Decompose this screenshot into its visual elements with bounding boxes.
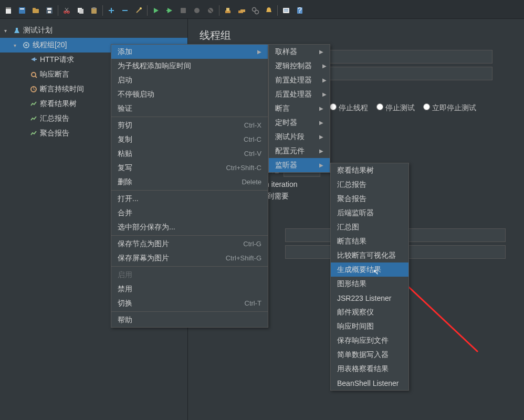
node-icon [29, 129, 38, 138]
tree-root[interactable]: ▾ 测试计划 [0, 23, 187, 38]
menu-item[interactable]: 添加 ▶ [111, 45, 268, 59]
menu-item[interactable]: 不停顿启动 [111, 87, 268, 101]
menu-item[interactable]: 打开... [111, 192, 268, 206]
svg-rect-2 [19, 7, 25, 14]
stop-all-icon[interactable] [204, 4, 217, 17]
listener-item[interactable]: 聚合报告 [331, 192, 408, 206]
add-icon[interactable] [105, 4, 118, 17]
menu-item[interactable]: 剪切 Ctrl-X [111, 118, 268, 132]
function-icon[interactable] [280, 4, 292, 17]
gear-icon [22, 41, 30, 49]
listener-item[interactable]: 图形结果 [331, 277, 408, 291]
svg-rect-32 [240, 9, 245, 12]
node-icon [29, 114, 38, 123]
listener-item[interactable]: 汇总报告 [331, 177, 408, 192]
submenu-item[interactable]: 配置元件▶ [269, 144, 330, 158]
svg-line-44 [35, 76, 37, 78]
run-noramp-icon[interactable] [163, 4, 176, 17]
wand-icon[interactable] [132, 4, 145, 17]
svg-rect-3 [20, 8, 24, 9]
svg-point-34 [255, 10, 259, 14]
help-icon[interactable]: ? [294, 4, 306, 17]
tree-label: HTTP请求 [40, 55, 74, 65]
menu-item[interactable]: 禁用 [111, 282, 268, 296]
svg-line-47 [34, 89, 35, 90]
flask-icon [13, 26, 21, 35]
listener-item[interactable]: BeanShell Listener [331, 376, 408, 390]
tree-label: 聚合报告 [40, 129, 69, 138]
radio-stop-thread[interactable]: 停止线程 [330, 103, 368, 113]
menu-item[interactable]: 切换 Ctrl-T [111, 296, 268, 310]
svg-marker-23 [167, 8, 172, 13]
svg-rect-4 [33, 9, 39, 13]
radio-stop-test[interactable]: 停止测试 [376, 103, 415, 113]
page-title: 线程组 [200, 28, 513, 43]
bell-icon[interactable] [263, 4, 275, 17]
submenu-item[interactable]: 前置处理器▶ [269, 73, 330, 87]
submenu-item[interactable]: 取样器▶ [269, 45, 330, 59]
menu-item[interactable]: 复制 Ctrl-C [111, 132, 268, 146]
menu-item[interactable]: 复写 Ctrl+Shift-C [111, 161, 268, 175]
toolbar: ? [0, 2, 524, 19]
chevron-down-icon: ▾ [4, 28, 11, 34]
tree-label: 响应断言 [40, 70, 69, 79]
search-icon[interactable] [249, 4, 261, 17]
listener-item[interactable]: 后端监听器 [331, 206, 408, 220]
menu-item[interactable]: 删除 Delete [111, 175, 268, 189]
menu-item[interactable]: 为子线程添加响应时间 [111, 59, 268, 73]
new-file-icon[interactable] [2, 4, 15, 17]
svg-point-26 [194, 8, 200, 13]
svg-rect-7 [47, 8, 51, 10]
submenu-item[interactable]: 监听器▶ [269, 158, 330, 172]
listener-item[interactable]: 察看结果树 [331, 163, 408, 177]
listener-item[interactable]: 简单数据写入器 [331, 348, 408, 362]
radio-stop-now[interactable]: 立即停止测试 [423, 103, 476, 113]
submenu-item[interactable]: 后置处理器▶ [269, 87, 330, 101]
menu-item[interactable]: 合并 [111, 206, 268, 220]
template-icon[interactable] [16, 4, 28, 17]
add-submenu: 取样器▶ 逻辑控制器▶ 前置处理器▶ 后置处理器▶ 断言▶ 定时器▶ 测试片段▶… [268, 44, 330, 173]
menu-item[interactable]: 启用 [111, 268, 268, 282]
run-icon[interactable] [150, 4, 162, 17]
shutdown-icon[interactable] [191, 4, 203, 17]
menu-item[interactable]: 保存屏幕为图片 Ctrl+Shift-G [111, 251, 268, 265]
listener-item[interactable]: 邮件观察仪 [331, 305, 408, 319]
submenu-item[interactable]: 逻辑控制器▶ [269, 59, 330, 73]
cut-icon[interactable] [60, 4, 73, 17]
svg-rect-30 [226, 8, 229, 11]
listener-item[interactable]: 断言结果 [331, 234, 408, 248]
menu-item[interactable]: 粘贴 Ctrl-V [111, 146, 268, 161]
svg-rect-14 [79, 9, 83, 14]
svg-text:?: ? [298, 6, 302, 14]
stop-icon[interactable] [177, 4, 190, 17]
listener-item[interactable]: 生成概要结果 [331, 262, 408, 277]
listener-item[interactable]: 汇总图 [331, 220, 408, 234]
remove-icon[interactable] [119, 4, 131, 17]
copy-icon[interactable] [74, 4, 87, 17]
menu-item[interactable]: 保存节点为图片 Ctrl-G [111, 237, 268, 251]
clear-all-icon[interactable] [235, 4, 248, 17]
svg-point-43 [32, 72, 36, 77]
listener-item[interactable]: 保存响应到文件 [331, 333, 408, 348]
svg-rect-1 [6, 7, 11, 9]
submenu-item[interactable]: 定时器▶ [269, 116, 330, 130]
open-icon[interactable] [29, 4, 42, 17]
svg-rect-25 [181, 8, 186, 13]
svg-rect-16 [92, 7, 96, 9]
menu-item[interactable]: 验证 [111, 101, 268, 116]
listener-item[interactable]: JSR223 Listener [331, 291, 408, 305]
save-icon[interactable] [43, 4, 56, 17]
submenu-item[interactable]: 断言▶ [269, 101, 330, 116]
svg-point-21 [140, 7, 142, 9]
listener-item[interactable]: 响应时间图 [331, 319, 408, 333]
submenu-item[interactable]: 测试片段▶ [269, 130, 330, 144]
menu-item[interactable]: 启动 [111, 73, 268, 87]
listener-item[interactable]: 比较断言可视化器 [331, 248, 408, 262]
node-icon [29, 70, 38, 79]
listener-item[interactable]: 用表格察看结果 [331, 362, 408, 376]
clear-icon[interactable] [222, 4, 234, 17]
menu-item[interactable]: 帮助 [111, 313, 268, 327]
menu-item[interactable]: 选中部分保存为... [111, 220, 268, 234]
paste-icon[interactable] [88, 4, 100, 17]
tree-label: 察看结果树 [40, 99, 77, 109]
